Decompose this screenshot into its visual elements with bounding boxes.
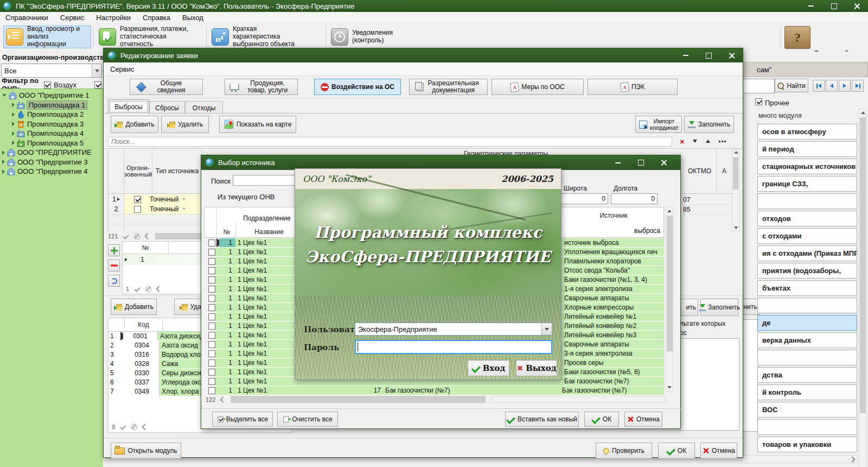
maximize-button[interactable]: [697, 48, 720, 62]
minimize-button[interactable]: [607, 155, 629, 170]
module-item[interactable]: [757, 350, 857, 365]
row-checkbox[interactable]: [208, 304, 215, 311]
row-checkbox[interactable]: [208, 341, 215, 348]
row-checkbox[interactable]: [208, 267, 215, 274]
org-filter-combo[interactable]: Все: [1, 64, 102, 78]
more-icon[interactable]: [719, 141, 720, 142]
row-checkbox[interactable]: [208, 249, 215, 256]
chevron-down-icon[interactable]: [182, 208, 186, 210]
show-on-map-button[interactable]: Показать на карте: [219, 116, 296, 133]
cancel-button[interactable]: Отмена: [700, 443, 737, 459]
nav-first-button[interactable]: [813, 80, 825, 92]
organized-checkbox[interactable]: [134, 206, 141, 213]
row-checkbox[interactable]: [208, 387, 215, 394]
nav-next-button[interactable]: [839, 80, 851, 92]
right-search-input[interactable]: [741, 79, 775, 93]
subtab-waste[interactable]: Отходы: [185, 101, 223, 114]
module-item[interactable]: [757, 193, 857, 209]
search-input[interactable]: [108, 137, 672, 147]
scroll-left-icon[interactable]: [142, 424, 148, 430]
substance-add-button[interactable]: Добавить: [111, 299, 157, 315]
tab-permits[interactable]: Разрешительная документация: [409, 79, 488, 95]
ok-button[interactable]: ОК: [658, 443, 695, 459]
coord-refresh-button[interactable]: [108, 275, 120, 287]
source-search-input[interactable]: [233, 175, 296, 186]
module-item[interactable]: ия с отходами (Приказ МПР: [757, 245, 857, 261]
help-button[interactable]: ?: [784, 26, 810, 49]
tree-expanded-icon[interactable]: [2, 94, 7, 97]
module-item[interactable]: й период: [757, 141, 857, 157]
cancel-icon[interactable]: [131, 424, 137, 430]
confirm-icon[interactable]: [120, 424, 126, 430]
table-scrollbar[interactable]: [732, 149, 739, 231]
scroll-up-icon[interactable]: [861, 111, 865, 114]
tree-item-promploshadka1[interactable]: Промплощадка 1: [0, 100, 103, 110]
fill-button[interactable]: Заполнить: [684, 116, 734, 133]
select-all-button[interactable]: Выделить все: [212, 412, 273, 427]
module-item[interactable]: границе СЗЗ,: [757, 176, 857, 192]
row-checkbox[interactable]: [208, 276, 215, 283]
confirm-icon[interactable]: [134, 286, 140, 292]
chevron-down-icon[interactable]: [182, 198, 186, 200]
login-button[interactable]: Вход: [468, 360, 509, 376]
row-checkbox[interactable]: [208, 313, 215, 320]
module-item[interactable]: й контроль: [757, 384, 857, 400]
tree-collapsed-icon[interactable]: [12, 103, 15, 107]
module-item[interactable]: товаров и упаковки: [757, 437, 857, 452]
module-item[interactable]: [757, 419, 857, 435]
minimize-button[interactable]: [800, 0, 822, 12]
row-checkbox[interactable]: [208, 323, 215, 330]
latitude-input[interactable]: 0: [560, 193, 608, 204]
tree-item-enterprise3[interactable]: ООО "Предприятие 3: [0, 157, 103, 167]
module-item[interactable]: [757, 298, 857, 313]
tree-collapsed-icon[interactable]: [12, 112, 15, 117]
source-hscroll-thumb[interactable]: [231, 396, 486, 403]
cancel-icon[interactable]: [134, 234, 140, 239]
module-item[interactable]: осов в атмосферу: [757, 124, 857, 140]
module-item[interactable]: стационарных источников: [757, 159, 857, 174]
confirm-icon[interactable]: [123, 233, 129, 239]
user-combo[interactable]: Экосфера-Предприятие: [355, 323, 552, 336]
coord-delete-button[interactable]: [108, 260, 120, 272]
water-checkbox[interactable]: [94, 81, 101, 89]
clear-all-button[interactable]: Очистить все: [277, 412, 338, 427]
toolbar-brief-description-button[interactable]: Краткая характеристика выбранного объект…: [209, 26, 305, 48]
toolbar-notifications-button[interactable]: Уведомления (контроль): [329, 26, 413, 48]
maximize-button[interactable]: [822, 0, 845, 12]
scroll-left-icon[interactable]: [145, 233, 151, 239]
air-checkbox[interactable]: [44, 81, 51, 89]
source-type-cell[interactable]: Точечный: [150, 195, 179, 203]
menu-servis[interactable]: Сервис: [55, 14, 90, 22]
sort-down-icon[interactable]: [693, 140, 697, 143]
subtab-discharges[interactable]: Сбросы: [149, 101, 185, 114]
organized-checkbox[interactable]: [134, 196, 141, 203]
cancel-icon[interactable]: [145, 286, 151, 292]
fragment-button[interactable]: нить: [741, 299, 760, 315]
tree-item-enterprise2[interactable]: ООО "ПРЕДПРИЯТИЕ: [0, 148, 103, 157]
tab-pek[interactable]: А ПЭК: [588, 79, 678, 95]
tab-environment-impact[interactable]: Воздействие на ОС: [314, 79, 401, 95]
menu-nastroyki[interactable]: Настройки: [91, 14, 136, 22]
add-button[interactable]: Добавить: [111, 116, 158, 133]
edit-menu-servis[interactable]: Сервис: [104, 65, 141, 73]
row-checkbox[interactable]: [208, 369, 215, 376]
find-button[interactable]: Найти: [775, 79, 808, 92]
row-checkbox[interactable]: [208, 378, 215, 385]
tree-item-enterprise1[interactable]: ООО "Предприятие 1: [0, 91, 103, 100]
row-checkbox[interactable]: [208, 350, 215, 357]
table-row[interactable]: Точечный: [124, 194, 202, 205]
source-type-cell[interactable]: Точечный: [150, 205, 179, 213]
tree-collapsed-icon[interactable]: [2, 169, 5, 174]
longitude-input[interactable]: 0: [611, 193, 658, 204]
tree-collapsed-icon[interactable]: [12, 131, 15, 136]
tab-products[interactable]: Продукция, товар, услуги: [225, 79, 298, 95]
module-item-selected[interactable]: де: [757, 315, 857, 331]
fragment-button[interactable]: ить: [680, 299, 698, 316]
coord-add-button[interactable]: [108, 244, 120, 256]
minimize-button[interactable]: [674, 48, 697, 62]
exit-button[interactable]: Выход: [516, 360, 557, 376]
close-button[interactable]: [845, 0, 868, 12]
menu-spravochniki[interactable]: Справочники: [0, 14, 54, 22]
module-item[interactable]: верка данных: [757, 332, 857, 348]
maximize-button[interactable]: [629, 155, 652, 170]
